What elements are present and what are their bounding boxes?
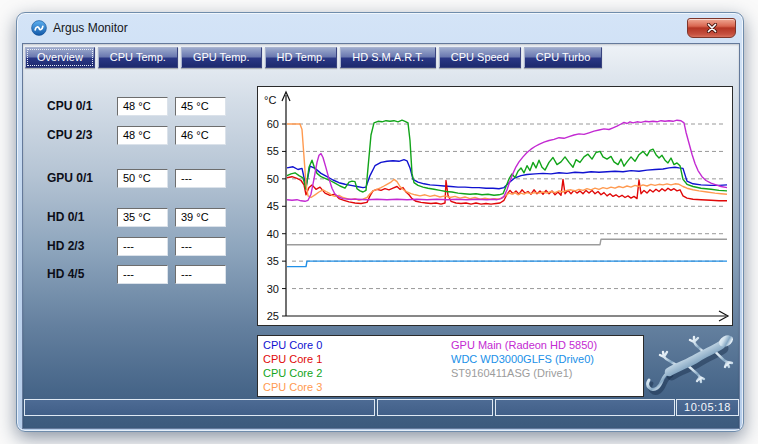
status-segment (377, 399, 493, 416)
y-tick-label: 45 (267, 200, 279, 212)
readout-label: GPU 0/1 (47, 171, 117, 185)
client-area: OverviewCPU Temp.GPU Temp.HD Temp.HD S.M… (22, 43, 740, 429)
y-tick-label: 50 (267, 173, 279, 185)
readout-value: --- (117, 265, 168, 284)
legend-item: ST9160411ASG (Drive1) (451, 367, 572, 379)
readout-value: --- (117, 237, 168, 256)
y-tick-label: 55 (267, 145, 279, 157)
tab-cpu-speed[interactable]: CPU Speed (439, 47, 521, 68)
readout-label: CPU 2/3 (47, 128, 117, 142)
readout-value: 48 °C (117, 97, 168, 116)
readout-value: 45 °C (175, 97, 226, 116)
readout-value: 39 °C (175, 208, 226, 227)
tab-bar: OverviewCPU Temp.GPU Temp.HD Temp.HD S.M… (25, 47, 602, 68)
y-tick-label: 60 (267, 118, 279, 130)
tab-cpu-temp[interactable]: CPU Temp. (98, 47, 178, 68)
window-title: Argus Monitor (53, 21, 128, 35)
gecko-logo (643, 328, 745, 402)
app-icon (31, 20, 47, 36)
series-wdc-wd3000glfs-drive0 (287, 261, 727, 267)
temperature-chart: 2530354045505560°C (257, 86, 733, 326)
y-tick-label: 35 (267, 255, 279, 267)
series-st9160411asg-drive1 (287, 239, 727, 245)
tab-cpu-turbo[interactable]: CPU Turbo (524, 47, 602, 68)
readout-value: --- (175, 265, 226, 284)
legend-item: CPU Core 3 (263, 381, 322, 393)
legend-item: GPU Main (Radeon HD 5850) (451, 339, 597, 351)
readout-value: --- (175, 169, 226, 188)
legend-item: WDC WD3000GLFS (Drive0) (451, 353, 594, 365)
readout-value: 48 °C (117, 126, 168, 145)
close-icon (706, 23, 718, 33)
readout-value: 35 °C (117, 208, 168, 227)
readout-label: HD 4/5 (47, 267, 117, 281)
readout-label: HD 0/1 (47, 210, 117, 224)
tab-hd-s-m-a-r-t[interactable]: HD S.M.A.R.T. (340, 47, 436, 68)
y-tick-label: 30 (267, 283, 279, 295)
y-axis-unit-label: °C (264, 94, 276, 106)
status-segment (495, 399, 675, 416)
readout-value: --- (175, 237, 226, 256)
readout-value: 46 °C (175, 126, 226, 145)
chart-legend: CPU Core 0CPU Core 1CPU Core 2CPU Core 3… (257, 335, 644, 397)
readout-value: 50 °C (117, 169, 168, 188)
readout-label: CPU 0/1 (47, 99, 117, 113)
close-button[interactable] (687, 18, 736, 38)
legend-item: CPU Core 0 (263, 339, 322, 351)
tab-gpu-temp[interactable]: GPU Temp. (181, 47, 262, 68)
readout-label: HD 2/3 (47, 239, 117, 253)
y-tick-label: 40 (267, 228, 279, 240)
title-bar[interactable]: Argus Monitor (17, 13, 743, 43)
tab-hd-temp[interactable]: HD Temp. (265, 47, 338, 68)
y-tick-label: 25 (267, 310, 279, 322)
app-window: Argus Monitor OverviewCPU Temp.GPU Temp.… (16, 12, 744, 432)
legend-item: CPU Core 1 (263, 353, 322, 365)
tab-overview[interactable]: Overview (25, 47, 95, 68)
status-segment (24, 399, 375, 416)
status-clock: 10:05:18 (676, 399, 739, 416)
legend-item: CPU Core 2 (263, 367, 322, 379)
